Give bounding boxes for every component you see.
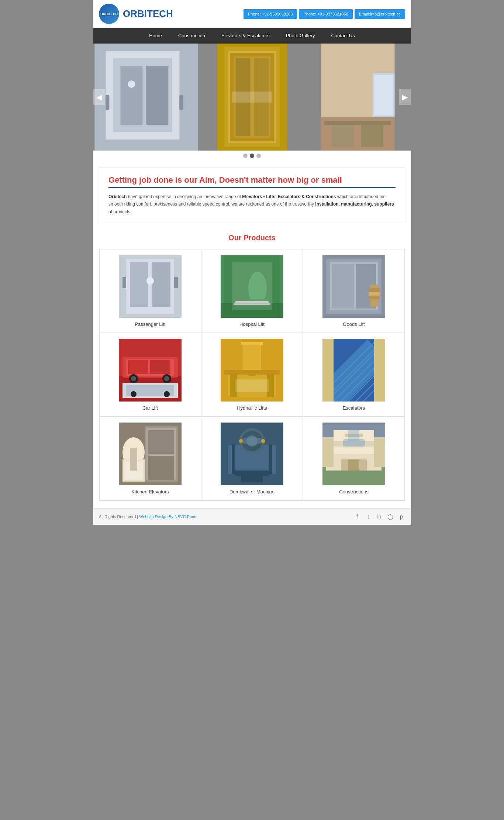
product-constructions-label: Constructions bbox=[339, 489, 368, 495]
svg-rect-116 bbox=[348, 430, 359, 441]
product-constructions[interactable]: Constructions bbox=[303, 417, 405, 500]
footer-copyright: All Rights Reserverd | Website Design By… bbox=[99, 514, 196, 519]
svg-rect-5 bbox=[128, 80, 135, 88]
about-services-bold: installation, manufacturing, suppliers bbox=[315, 201, 394, 207]
svg-point-61 bbox=[164, 391, 170, 397]
product-dumbwaiter[interactable]: Dumbwaiter Machine bbox=[201, 417, 303, 500]
svg-rect-27 bbox=[152, 262, 170, 307]
product-car-lift-label: Car Lift bbox=[142, 405, 158, 411]
svg-rect-63 bbox=[243, 342, 261, 372]
svg-point-60 bbox=[131, 391, 137, 397]
svg-rect-69 bbox=[235, 379, 269, 392]
product-hospital-lift-image bbox=[221, 255, 283, 318]
svg-rect-20 bbox=[374, 75, 393, 116]
carousel-prev-button[interactable]: ◀ bbox=[93, 89, 105, 105]
svg-rect-70 bbox=[248, 372, 256, 376]
product-goods-lift-label: Goods Lift bbox=[343, 321, 365, 327]
email-button[interactable]: Email:info@orbitech.co bbox=[355, 9, 405, 19]
phone1-button[interactable]: Phone: +91-9595688188 bbox=[244, 9, 297, 19]
contact-buttons: Phone: +91-9595688188 Phone: +91-9373631… bbox=[244, 9, 405, 19]
svg-rect-45 bbox=[369, 288, 380, 292]
about-text-body1: have gained expertise in designing an in… bbox=[128, 194, 242, 199]
product-passenger-lift-image bbox=[119, 255, 182, 318]
about-divider bbox=[108, 187, 396, 188]
svg-point-102 bbox=[239, 437, 265, 445]
svg-point-57 bbox=[164, 376, 169, 381]
product-passenger-lift-label: Passenger Lift bbox=[135, 321, 165, 327]
product-hospital-lift[interactable]: Hospital Lift bbox=[201, 249, 303, 333]
nav-construction[interactable]: Construction bbox=[170, 28, 213, 44]
svg-rect-82 bbox=[322, 339, 334, 402]
about-text: Orbitech have gained expertise in design… bbox=[108, 193, 396, 216]
carousel-images bbox=[93, 44, 411, 151]
product-kitchen-elevator-label: Kitchen Elevators bbox=[131, 489, 169, 495]
svg-rect-6 bbox=[106, 95, 109, 110]
svg-rect-38 bbox=[234, 303, 270, 305]
carousel-image-1 bbox=[93, 44, 199, 151]
product-escalator[interactable]: Escalators bbox=[303, 333, 405, 417]
facebook-icon[interactable]: f bbox=[353, 513, 361, 520]
svg-rect-47 bbox=[369, 296, 380, 299]
nav-gallery[interactable]: Photo Gallery bbox=[278, 28, 323, 44]
product-goods-lift[interactable]: Goods Lift bbox=[303, 249, 405, 333]
about-brand: Orbitech bbox=[108, 194, 127, 199]
logo-circle-text: ORBITECH bbox=[100, 12, 118, 16]
carousel-image-3 bbox=[305, 44, 411, 151]
header: ORBITECH ORBITECH Phone: +91-9595688188 … bbox=[93, 0, 411, 28]
svg-rect-111 bbox=[348, 459, 359, 471]
svg-rect-4 bbox=[146, 66, 168, 125]
product-kitchen-elevator-image bbox=[119, 423, 182, 485]
footer-copyright-text: All Rights Reserverd | bbox=[99, 514, 138, 519]
svg-rect-3 bbox=[120, 66, 142, 125]
instagram-icon[interactable]: ◯ bbox=[387, 513, 394, 520]
phone2-button[interactable]: Phone: +91-9373631060 bbox=[299, 9, 352, 19]
linkedin-icon[interactable]: in bbox=[376, 513, 383, 520]
svg-rect-113 bbox=[374, 437, 385, 467]
svg-rect-22 bbox=[332, 125, 354, 147]
product-escalator-label: Escalators bbox=[343, 405, 365, 411]
carousel: ◀ bbox=[93, 44, 411, 151]
logo-area: ORBITECH ORBITECH bbox=[99, 4, 173, 24]
svg-rect-52 bbox=[128, 360, 148, 374]
products-grid: Passenger Lift Hospital Lift bbox=[99, 249, 405, 501]
products-section: Our Products Passenger Lift bbox=[93, 230, 411, 508]
product-hydraulic-lift-image bbox=[221, 339, 283, 402]
nav-contact[interactable]: Contact Us bbox=[323, 28, 363, 44]
product-dumbwaiter-label: Dumbwaiter Machine bbox=[229, 489, 275, 495]
svg-rect-83 bbox=[374, 339, 385, 402]
product-hydraulic-lift[interactable]: Hydraulic Lifts bbox=[201, 333, 303, 417]
svg-rect-46 bbox=[369, 292, 380, 296]
product-escalator-image bbox=[322, 339, 385, 402]
nav-home[interactable]: Home bbox=[141, 28, 170, 44]
product-dumbwaiter-image bbox=[221, 423, 283, 485]
svg-rect-101 bbox=[269, 445, 272, 474]
svg-rect-29 bbox=[122, 277, 126, 288]
about-text-body3: of products. bbox=[108, 209, 132, 214]
product-constructions-image bbox=[322, 423, 385, 485]
svg-rect-15 bbox=[232, 92, 272, 103]
carousel-dot-1[interactable] bbox=[243, 154, 248, 158]
about-section: Getting job done is our Aim, Doesn't mat… bbox=[99, 168, 405, 223]
svg-rect-30 bbox=[174, 277, 178, 288]
svg-rect-21 bbox=[325, 121, 391, 125]
product-passenger-lift[interactable]: Passenger Lift bbox=[99, 249, 201, 333]
svg-point-55 bbox=[131, 376, 136, 381]
pinterest-icon[interactable]: p bbox=[398, 513, 405, 520]
product-kitchen-elevator[interactable]: Kitchen Elevators bbox=[99, 417, 201, 500]
logo-icon: ORBITECH bbox=[99, 4, 119, 24]
footer-designer-link[interactable]: Website Design By NBVC Pune bbox=[139, 514, 196, 519]
svg-rect-100 bbox=[232, 445, 235, 474]
carousel-dot-2[interactable] bbox=[250, 154, 254, 158]
about-products-bold: Elevators • Lifts, Escalators & Construc… bbox=[242, 194, 336, 199]
carousel-dot-3[interactable] bbox=[256, 154, 261, 158]
about-title: Getting job done is our Aim, Doesn't mat… bbox=[108, 175, 396, 185]
footer-social: f t in ◯ p bbox=[353, 513, 405, 520]
svg-rect-26 bbox=[130, 262, 148, 307]
nav-elevators[interactable]: Elevators & Escalators bbox=[213, 28, 278, 44]
twitter-icon[interactable]: t bbox=[365, 513, 372, 520]
svg-rect-7 bbox=[179, 95, 183, 110]
products-title: Our Products bbox=[99, 234, 405, 242]
svg-rect-99 bbox=[241, 476, 263, 482]
product-car-lift[interactable]: Car Lift bbox=[99, 333, 201, 417]
carousel-next-button[interactable]: ▶ bbox=[399, 89, 411, 105]
